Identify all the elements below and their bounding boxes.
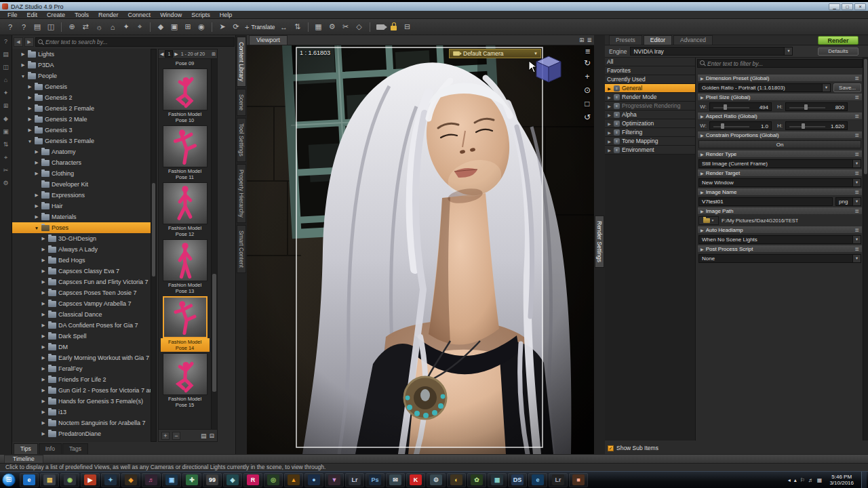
render-settings-scrollbar[interactable] — [863, 58, 868, 441]
tree-item-always-a-lady[interactable]: ▶Always A Lady — [12, 244, 151, 255]
tree-expander-icon[interactable]: ▶ — [41, 236, 46, 241]
prop-header-image-path[interactable]: ▶Image Path≣ — [697, 207, 863, 215]
tab-presets[interactable]: Presets — [609, 35, 642, 45]
side-tool-icon-9[interactable]: ⌖ — [4, 155, 7, 161]
pager-next-icon[interactable]: ▶ — [174, 52, 178, 57]
menu-item-create[interactable]: Create — [42, 11, 70, 18]
tree-expander-icon[interactable]: ▶ — [41, 399, 46, 404]
toolbar-geometry-icon[interactable]: ◇ — [353, 21, 366, 33]
prop-header-auto-headlamp[interactable]: ▶Auto Headlamp≣ — [697, 226, 863, 234]
toolbar-grid-icon[interactable]: ⊞ — [182, 21, 194, 33]
filter-input[interactable] — [707, 60, 860, 67]
toolbar-create-primitive-icon[interactable]: ⌂ — [106, 21, 119, 33]
start-button[interactable]: ⊞ — [2, 473, 16, 487]
pixel-height-slider[interactable]: 800 — [785, 102, 848, 111]
tree-expander-icon[interactable]: ▶ — [41, 366, 46, 371]
render-target-select[interactable]: New Window▼ — [698, 178, 861, 187]
tree-item-genesis-2[interactable]: ▶Genesis 2 — [12, 92, 151, 103]
tree-item-genesis-3-female[interactable]: ▼Genesis 3 Female — [12, 136, 151, 146]
image-format-select[interactable]: png▼ — [835, 197, 861, 206]
prop-header-image-name[interactable]: ▶Image Name≣ — [697, 188, 863, 196]
tree-item-early-morning-workout-with-gia-7[interactable]: ▶Early Morning Workout with Gia 7 — [12, 352, 151, 363]
post-process-select[interactable]: None▼ — [698, 254, 861, 263]
toolbar-node-icon[interactable]: ◆ — [155, 21, 167, 33]
side-tool-icon-11[interactable]: ⚙ — [3, 180, 8, 186]
tree-expander-icon[interactable]: ▶ — [41, 420, 46, 426]
tree-expander-icon[interactable]: ▼ — [20, 74, 26, 79]
group-alpha[interactable]: ▶≡Alpha — [605, 110, 695, 119]
toolbar-create-node-icon[interactable]: ⊕ — [66, 21, 78, 33]
show-desktop-button[interactable] — [861, 472, 867, 488]
taskbar-app-13[interactable]: ▲ — [284, 473, 303, 487]
tree-item-characters[interactable]: ▶Characters — [12, 157, 151, 168]
toolbar-help-icon[interactable]: ? — [4, 21, 16, 33]
toolbar-pane-toggle-icon[interactable]: ⊟ — [401, 21, 414, 33]
toolbar-node-selection-tool-icon[interactable]: ➤ — [216, 21, 229, 33]
tree-item-dm[interactable]: ▶DM — [12, 342, 151, 352]
pane-tab-scene[interactable]: Scene — [237, 89, 246, 116]
tree-item-i13[interactable]: ▶i13 — [12, 407, 151, 418]
group-general[interactable]: ▶≡General — [605, 84, 695, 93]
thumbnail-scrollbar[interactable] — [211, 59, 217, 429]
pose-thumb-pose-10[interactable]: Fashion ModelPose 10 — [161, 68, 210, 124]
taskbar-app-14[interactable]: ● — [304, 473, 323, 487]
tree-expander-icon[interactable]: ▶ — [27, 106, 33, 111]
taskbar-app-0[interactable]: e — [20, 473, 39, 487]
category-all[interactable]: All — [605, 58, 695, 66]
side-tool-icon-4[interactable]: ✦ — [3, 90, 9, 96]
viewport-pane-menu-icon[interactable]: ≣ — [587, 37, 592, 43]
title-bar[interactable]: DAZ Studio 4.9 Pro ▁ ▢ ✕ — [0, 2, 868, 11]
toolbar-rotate-tool-icon[interactable]: ⟳ — [230, 21, 242, 33]
prop-header-pixel-size[interactable]: ▶Pixel Size (Global)≣ — [697, 93, 863, 101]
pose-thumb-pose-13[interactable]: Fashion ModelPose 13 — [161, 239, 210, 295]
taskbar-app-9[interactable]: 99 — [203, 473, 222, 487]
pane-tab-render-settings[interactable]: Render Settings — [595, 216, 604, 268]
tree-item-poses[interactable]: ▼Poses — [12, 222, 151, 233]
tree-item-p3da[interactable]: ▶P3DA — [12, 60, 151, 70]
tree-expander-icon[interactable]: ▶ — [34, 192, 39, 198]
tree-expander-icon[interactable]: ▶ — [41, 301, 46, 306]
tab-tags[interactable]: Tags — [62, 443, 88, 454]
toolbar-sphere-icon[interactable]: ◉ — [195, 21, 208, 33]
render-button[interactable]: Render — [818, 36, 859, 45]
tree-expander-icon[interactable]: ▼ — [27, 139, 33, 144]
tree-expander-icon[interactable]: ▶ — [41, 388, 46, 393]
pose-thumb-pose-12[interactable]: Fashion ModelPose 12 — [161, 182, 210, 238]
pager-prev-icon[interactable]: ◀ — [160, 52, 163, 57]
menu-item-file[interactable]: File — [3, 11, 22, 18]
toolbar-render-camera-icon[interactable] — [374, 21, 387, 33]
page-number[interactable]: 1 — [165, 50, 173, 58]
tree-scrollbar[interactable] — [151, 49, 157, 442]
toolbar-frame-icon[interactable]: ▣ — [168, 21, 180, 33]
toolbar-layout-icon[interactable]: ◫ — [45, 21, 57, 33]
show-sub-items-checkbox[interactable]: ✓ — [608, 445, 614, 451]
taskbar-app-2[interactable]: ◉ — [60, 473, 79, 487]
browse-folder-button[interactable]: ▼ — [698, 216, 719, 225]
tree-item-capsces-fun-and-flirty-victoria-7[interactable]: ▶Capsces Fun and Flirty Victoria 7 — [12, 277, 151, 287]
group-filtering[interactable]: ▶≡Filtering — [605, 128, 695, 137]
toolbar-quick-help-icon[interactable]: ? — [18, 21, 30, 33]
tree-item-hands-for-genesis-3-female-s[interactable]: ▶Hands for Genesis 3 Female(s) — [12, 396, 151, 407]
filter-box[interactable] — [697, 59, 863, 68]
taskbar-app-21[interactable]: ◐ — [447, 473, 466, 487]
image-path-value[interactable]: F:/My Pictures/!Daz4G2016/TEST — [722, 218, 798, 224]
taskbar-app-17[interactable]: Ps — [366, 473, 384, 487]
tree-expander-icon[interactable]: ▶ — [41, 431, 46, 436]
taskbar-app-20[interactable]: ⚙ — [427, 473, 446, 487]
pane-tab-tool-settings[interactable]: Tool Settings — [237, 118, 246, 162]
taskbar-app-23[interactable]: ▦ — [488, 473, 507, 487]
toolbar-scissors-icon[interactable]: ✂ — [340, 21, 352, 33]
maximize-button[interactable]: ▢ — [842, 3, 853, 10]
tree-expander-icon[interactable]: ▶ — [41, 355, 46, 361]
render-type-select[interactable]: Still Image (Current Frame)▼ — [698, 159, 861, 168]
tree-expander-icon[interactable]: ▶ — [34, 171, 39, 176]
tree-item-developer-kit[interactable]: Developer Kit — [12, 179, 151, 190]
toolbar-swap-icon[interactable]: ⇄ — [79, 21, 92, 33]
close-button[interactable]: ✕ — [854, 3, 866, 10]
auto-headlamp-select[interactable]: When No Scene Lights▼ — [698, 235, 861, 244]
side-tool-icon-2[interactable]: ◫ — [3, 64, 9, 70]
pane-tab-property-hierarchy[interactable]: Property Hierarchy — [237, 164, 246, 223]
tab-advanced[interactable]: Advanced — [673, 35, 713, 45]
taskbar-app-27[interactable]: ■ — [569, 473, 588, 487]
taskbar-clock[interactable]: 5:46 PM 3/10/2016 — [825, 474, 858, 486]
